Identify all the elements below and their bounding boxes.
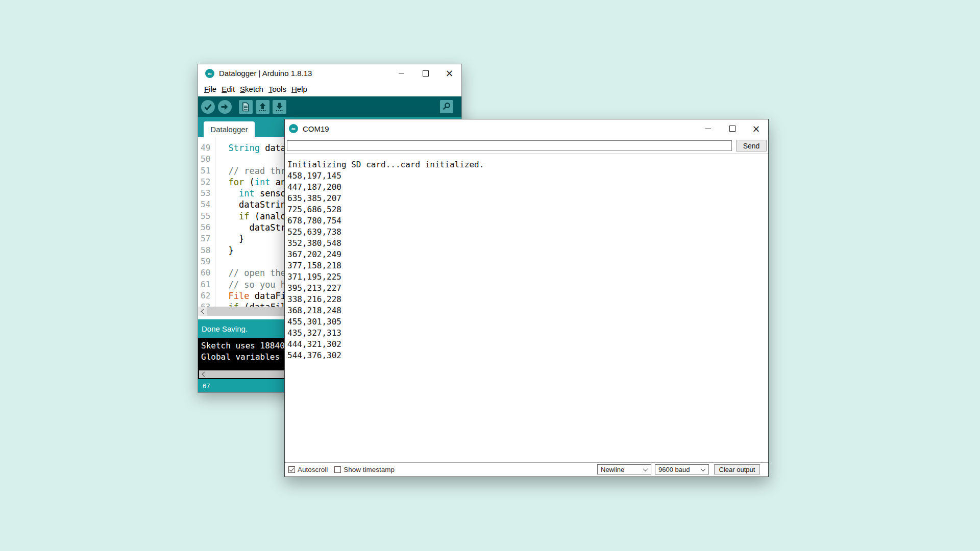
timestamp-toggle[interactable]: Show timestamp [334,466,395,473]
serial-output-lines: Initializing SD card...card initialized.… [287,159,484,361]
serial-line: 338,216,228 [287,294,484,305]
verify-button[interactable] [201,100,215,114]
serial-line: 455,301,305 [287,316,484,328]
line-number: 58 [198,245,213,256]
upload-button[interactable] [218,100,232,114]
tab-datalogger[interactable]: Datalogger [204,121,255,137]
serial-line: 635,385,207 [287,193,484,204]
line-number: 52 [198,177,213,188]
maximize-icon [729,126,736,132]
cursor-line-indicator: 67 [203,382,210,390]
serial-line: 367,202,249 [287,249,484,260]
autoscroll-toggle[interactable]: Autoscroll [288,466,328,473]
serial-monitor-window: ∞ COM19 × Send Initializing SD card...ca… [284,119,769,477]
arduino-logo-icon: ∞ [289,124,298,133]
line-number: 63 [198,302,213,307]
menu-help[interactable]: Help [289,85,310,93]
ide-window-title: Datalogger | Arduino 1.8.13 [219,69,312,78]
serial-send-row: Send [285,138,768,153]
serial-line: 435,327,313 [287,328,484,339]
ide-menubar: FileEditSketchToolsHelp [198,82,461,96]
line-number: 53 [198,188,213,199]
serial-bottombar: Autoscroll Show timestamp Newline 9600 b… [285,462,768,476]
ide-close-button[interactable]: × [437,64,461,82]
ide-maximize-button[interactable] [413,64,437,82]
timestamp-checkbox[interactable] [334,466,341,473]
status-message: Done Saving. [202,324,248,333]
clear-output-button[interactable]: Clear output [714,464,760,474]
line-number: 51 [198,165,213,177]
clear-output-label: Clear output [719,466,755,473]
minimize-icon [399,73,404,73]
serial-line: 444,321,302 [287,339,484,350]
serial-output-area[interactable]: Initializing SD card...card initialized.… [285,153,768,462]
open-sketch-button[interactable] [256,100,270,114]
new-document-icon [239,100,253,114]
serial-monitor-button[interactable] [440,100,454,114]
serial-input[interactable] [287,140,732,151]
serial-maximize-button[interactable] [720,119,744,138]
new-sketch-button[interactable] [239,100,253,114]
serial-line: 725,686,528 [287,204,484,215]
line-number: 61 [198,279,213,290]
scroll-left-button[interactable] [198,307,207,316]
serial-line: 377,158,218 [287,260,484,271]
magnifier-icon [440,100,453,113]
line-number: 50 [198,154,213,165]
arrow-right-icon [218,100,232,114]
timestamp-label[interactable]: Show timestamp [344,466,395,473]
tab-label: Datalogger [210,125,248,134]
baud-rate-select[interactable]: 9600 baud [655,464,709,474]
chevron-left-icon [201,309,206,314]
serial-line: 447,187,200 [287,182,484,193]
serial-line: 678,780,754 [287,215,484,227]
arrow-up-icon [256,100,270,114]
line-ending-value: Newline [601,466,624,473]
save-sketch-button[interactable] [273,100,286,114]
chevron-down-icon [643,466,648,471]
menu-file[interactable]: File [202,85,219,93]
check-icon [289,467,293,471]
serial-line: 352,380,548 [287,238,484,249]
line-number: 56 [198,222,213,233]
chevron-left-icon [202,372,207,377]
line-number: 49 [198,142,213,154]
line-ending-select[interactable]: Newline [597,464,651,474]
line-number: 60 [198,267,213,279]
ide-toolbar [198,96,461,117]
serial-window-title: COM19 [303,124,329,133]
line-number: 59 [198,256,213,267]
ide-titlebar[interactable]: ∞ Datalogger | Arduino 1.8.13 × [198,64,461,82]
ide-minimize-button[interactable] [389,64,413,82]
serial-close-button[interactable]: × [744,119,768,138]
close-icon: × [752,124,761,134]
send-button[interactable]: Send [736,140,767,152]
line-number: 62 [198,290,213,302]
autoscroll-checkbox[interactable] [288,466,295,473]
serial-line: 525,639,738 [287,227,484,238]
line-number: 54 [198,199,213,210]
arrow-down-icon [273,100,286,114]
console-scroll-left-button[interactable] [199,370,208,378]
line-number: 55 [198,211,213,222]
check-icon [201,100,215,114]
baud-rate-value: 9600 baud [658,466,690,473]
serial-line: 544,376,302 [287,350,484,361]
maximize-icon [423,70,429,77]
serial-minimize-button[interactable] [696,119,720,138]
serial-line: 371,195,225 [287,271,484,283]
serial-line: 395,213,227 [287,283,484,294]
send-button-label: Send [743,142,760,150]
chevron-down-icon [701,466,706,471]
serial-titlebar[interactable]: ∞ COM19 × [285,119,768,138]
close-icon: × [446,68,454,78]
serial-line: 368,218,248 [287,305,484,316]
menu-sketch[interactable]: Sketch [237,85,266,93]
minimize-icon [705,129,711,129]
line-number: 57 [198,233,213,244]
serial-line: 458,197,145 [287,170,484,182]
autoscroll-label[interactable]: Autoscroll [298,466,328,473]
menu-tools[interactable]: Tools [266,85,289,93]
serial-line: Initializing SD card...card initialized. [287,159,484,170]
menu-edit[interactable]: Edit [219,85,237,93]
